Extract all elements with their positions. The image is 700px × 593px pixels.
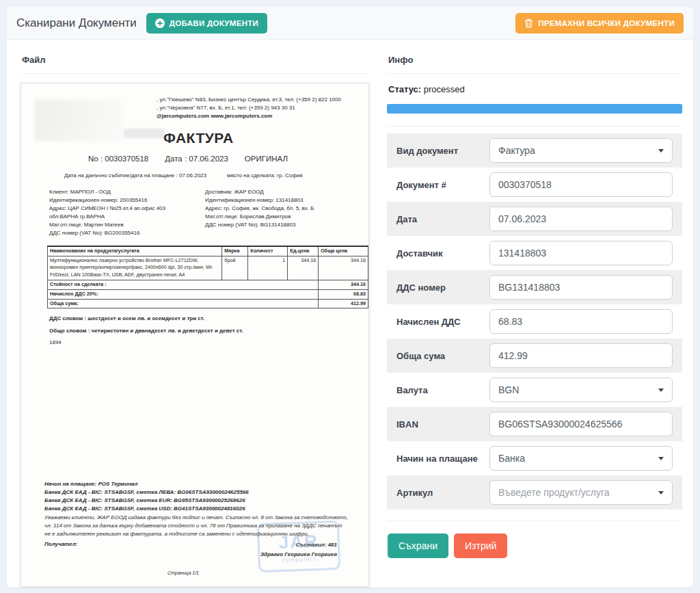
document-type-select[interactable]: Фактура bbox=[489, 138, 673, 163]
progress-bar-fill bbox=[387, 104, 682, 114]
plus-circle-icon bbox=[155, 18, 165, 28]
invoice-company-header: , ул."Гюешево" N83, Бизнес център Сердик… bbox=[157, 96, 363, 120]
info-panel: Инфо Статус: processed Вид документФакту… bbox=[387, 51, 682, 588]
payment-method-select[interactable]: Банка bbox=[489, 446, 673, 471]
add-documents-label: ДОБАВИ ДОКУМЕНТИ bbox=[170, 19, 258, 27]
invoice-vat-in-words: ДДС словом : шестдесет и осем лв. и осем… bbox=[49, 315, 363, 323]
vat-number-row: ДДС номер bbox=[387, 270, 682, 304]
chevron-down-icon bbox=[658, 149, 664, 153]
vat-number-label: ДДС номер bbox=[396, 282, 489, 293]
save-button[interactable]: Съхрани bbox=[388, 533, 448, 558]
document-number-input[interactable] bbox=[489, 172, 673, 197]
vat-number-input[interactable] bbox=[489, 275, 673, 300]
invoice-payment-method: Начин на плащане: POS Терминал bbox=[44, 480, 349, 488]
chevron-down-icon bbox=[658, 457, 664, 460]
currency-value: BGN bbox=[498, 384, 519, 395]
iban-label: IBAN bbox=[396, 419, 489, 430]
document-type-label: Вид документ bbox=[396, 146, 489, 156]
payment-method-label: Начин на плащане bbox=[396, 453, 489, 464]
payment-method-row: Начин на плащанеБанка bbox=[387, 441, 682, 475]
invoice-total-in-words: Общо словом : четиристотин и дванадесет … bbox=[49, 327, 363, 335]
scan-bleedthrough-mark bbox=[35, 100, 124, 141]
form-actions: Съхрани Изтрий bbox=[387, 524, 682, 558]
invoice-number-line: No : 0030370518 Дата : 07.06.2023 ОРИГИН… bbox=[88, 153, 363, 165]
iban-row: IBAN bbox=[387, 407, 682, 441]
status-text: Статус: processed bbox=[387, 83, 682, 94]
invoice-original-label: ОРИГИНАЛ bbox=[245, 153, 288, 165]
remove-all-documents-button[interactable]: ПРЕМАХНИ ВСИЧКИ ДОКУМЕНТИ bbox=[515, 13, 684, 34]
documents-card: Сканирани Документи ДОБАВИ ДОКУМЕНТИ ПРЕ… bbox=[7, 7, 693, 588]
invoice-table-header-row: Наименование на продукта/услугата Мярка … bbox=[48, 246, 368, 256]
invoice-footer: JAR computers Начин на плащане: POS Терм… bbox=[27, 480, 363, 581]
divider bbox=[387, 126, 682, 127]
document-number-label: Документ # bbox=[396, 180, 489, 190]
document-type-value: Фактура bbox=[498, 145, 535, 156]
topbar: Сканирани Документи ДОБАВИ ДОКУМЕНТИ ПРЕ… bbox=[7, 7, 693, 40]
form-fields: Вид документФактураДокумент #ДатаДоставч… bbox=[387, 133, 682, 510]
product-label: Артикул bbox=[396, 488, 489, 498]
divider bbox=[387, 520, 682, 521]
supplier-label: Доставчик bbox=[396, 248, 489, 259]
vat-amount-row: Начислен ДДС bbox=[387, 304, 682, 339]
currency-select[interactable]: BGN bbox=[489, 378, 673, 402]
document-preview: , ул."Гюешево" N83, Бизнес център Сердик… bbox=[21, 83, 369, 587]
product-select[interactable]: Въведете продукт/услуга bbox=[489, 480, 673, 505]
scan-bleedthrough-mark bbox=[124, 129, 165, 138]
payment-method-value: Банка bbox=[498, 453, 525, 464]
date-input[interactable] bbox=[489, 207, 673, 231]
document-type-row: Вид документФактура bbox=[387, 133, 682, 168]
currency-row: ВалутаBGN bbox=[387, 373, 682, 407]
page: Сканирани Документи ДОБАВИ ДОКУМЕНТИ ПРЕ… bbox=[0, 0, 700, 593]
progress-bar bbox=[387, 104, 682, 114]
file-panel: Файл , ул."Гюешево" N83, Бизнес център С… bbox=[21, 51, 371, 588]
invoice-title: ФАКТУРА bbox=[163, 127, 363, 149]
chevron-down-icon bbox=[658, 388, 664, 392]
invoice-date: Дата : 07.06.2023 bbox=[165, 153, 228, 165]
vat-amount-input[interactable] bbox=[489, 309, 673, 334]
invoice-recipient-label: Получател: bbox=[44, 540, 77, 560]
info-section-header: Инфо bbox=[387, 51, 682, 74]
trash-icon bbox=[524, 18, 533, 28]
invoice-vat-row: Начислен ДДС 20%: 68.83 bbox=[48, 289, 368, 299]
total-amount-row: Обща сума bbox=[387, 339, 682, 373]
invoice-ref-number: 1894 bbox=[49, 339, 363, 347]
invoice-number: No : 0030370518 bbox=[88, 153, 148, 165]
file-section-header: Файл bbox=[21, 51, 371, 74]
total-amount-label: Обща сума bbox=[396, 351, 489, 361]
add-documents-button[interactable]: ДОБАВИ ДОКУМЕНТИ bbox=[146, 13, 267, 34]
status-value: processed bbox=[424, 84, 465, 94]
product-row: АртикулВъведете продукт/услуга bbox=[387, 475, 682, 510]
supplier-row: Доставчик bbox=[387, 236, 682, 270]
document-number-row: Документ # bbox=[387, 168, 682, 202]
supplier-input[interactable] bbox=[489, 241, 673, 265]
invoice-tax-event-line: Дата на данъчно събитие/дата на плащане … bbox=[64, 172, 363, 180]
iban-input[interactable] bbox=[489, 412, 673, 436]
remove-all-documents-label: ПРЕМАХНИ ВСИЧКИ ДОКУМЕНТИ bbox=[538, 19, 675, 27]
date-row: Дата bbox=[387, 202, 682, 236]
vat-amount-label: Начислен ДДС bbox=[396, 317, 489, 327]
invoice-client-block: Клиент: МАРПОЛ - ООД Идентификационен но… bbox=[49, 188, 205, 237]
product-value: Въведете продукт/услуга bbox=[498, 487, 609, 498]
total-amount-input[interactable] bbox=[489, 343, 673, 368]
invoice-item-row: Мултифункционално лазерно устройство Bro… bbox=[48, 256, 368, 280]
jar-computers-stamp: JAR computers bbox=[257, 520, 340, 572]
page-title: Сканирани Документи bbox=[16, 16, 137, 30]
invoice-parties: Клиент: МАРПОЛ - ООД Идентификационен но… bbox=[49, 188, 363, 237]
invoice-total-row: Обща сума: 412.99 bbox=[48, 299, 368, 308]
chevron-down-icon bbox=[658, 491, 664, 495]
status-label: Статус: bbox=[388, 84, 421, 94]
delete-button[interactable]: Изтрий bbox=[454, 533, 507, 558]
invoice-supplier-block: Доставчик: ЖАР ЕООД Идентификационен ном… bbox=[205, 188, 362, 237]
invoice-items-table: Наименование на продукта/услугата Мярка … bbox=[47, 246, 368, 309]
invoice-subtotal-row: Стойност на сделката : 344.16 bbox=[48, 280, 368, 289]
date-label: Дата bbox=[396, 214, 489, 224]
card-body: Файл , ул."Гюешево" N83, Бизнес център С… bbox=[7, 40, 693, 588]
currency-label: Валута bbox=[396, 385, 489, 395]
